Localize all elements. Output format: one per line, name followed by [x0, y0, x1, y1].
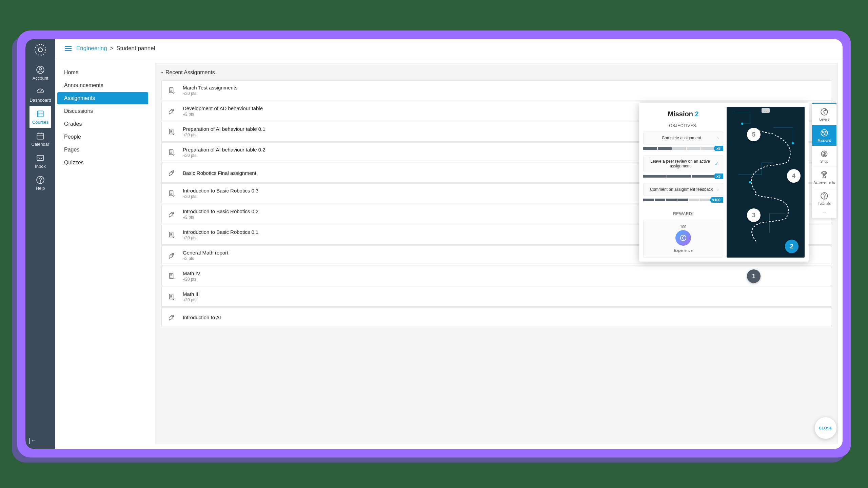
mission-node-3[interactable]: 3: [747, 208, 761, 222]
device-frame: AccountDashboardCoursesCalendarInboxHelp…: [17, 30, 851, 458]
nav-inbox[interactable]: Inbox: [29, 150, 51, 172]
progress-segment: [643, 199, 654, 201]
nav-label: Help: [36, 186, 45, 191]
objective-card[interactable]: Leave a peer review on an active assignm…: [643, 155, 723, 172]
menu-toggle-icon[interactable]: [65, 46, 72, 51]
svg-point-34: [824, 198, 825, 198]
nav-calendar[interactable]: Calendar: [29, 128, 51, 150]
close-button[interactable]: CLOSE: [815, 417, 836, 439]
breadcrumb: Engineering > Student pannel: [76, 45, 155, 52]
mission-node-1[interactable]: 1: [747, 269, 761, 283]
reward-label: REWARD:: [673, 211, 693, 216]
svg-rect-6: [37, 133, 44, 139]
tab-shop[interactable]: Shop: [812, 146, 836, 167]
progress-segment: [643, 175, 667, 178]
rocket-icon: [168, 252, 175, 259]
tab-label: Missions: [818, 139, 831, 142]
svg-point-1: [38, 48, 42, 52]
multiplier-badge: x3: [714, 174, 723, 179]
assignment-row[interactable]: Introduction to AI: [161, 307, 831, 327]
assignment-points: -/2 pts: [183, 256, 228, 261]
courses-icon: [36, 109, 45, 118]
assignment-title: Math III: [183, 291, 200, 297]
assignment-row[interactable]: Math IV-/20 pts: [161, 266, 831, 286]
assignment-points: -/20 pts: [183, 194, 258, 199]
global-nav: AccountDashboardCoursesCalendarInboxHelp…: [25, 39, 55, 449]
assignment-points: -/20 pts: [183, 91, 237, 96]
objective-card[interactable]: Comment on assignment feedback›: [643, 183, 723, 196]
tab-levels[interactable]: Levels: [812, 104, 836, 125]
nav-help[interactable]: Help: [29, 172, 51, 194]
reward-card: 100 Experience: [643, 220, 723, 258]
assignment-row[interactable]: March Test assignments-/20 pts: [161, 80, 831, 100]
assignment-title: Basic Robotics Final assignment: [183, 170, 256, 176]
mission-node-2[interactable]: 2: [785, 240, 798, 253]
assignment-row[interactable]: Math III-/20 pts: [161, 287, 831, 307]
assignment-body: Introduction to AI: [183, 314, 221, 320]
achievements-icon: [820, 170, 829, 179]
help-icon: [36, 176, 45, 184]
assignment-body: Development of AD behaviour table-/2 pts: [183, 105, 263, 117]
nav-label: Account: [33, 76, 48, 81]
tab-missions[interactable]: Missions: [812, 125, 836, 146]
svg-point-28: [821, 129, 828, 136]
rail-expand-icon[interactable]: |←: [25, 437, 37, 444]
nav-account[interactable]: Account: [29, 62, 51, 84]
mission-node-4[interactable]: 4: [787, 169, 801, 183]
tutorials-icon: [820, 191, 829, 200]
breadcrumb-link[interactable]: Engineering: [76, 45, 107, 52]
svg-point-14: [172, 110, 173, 111]
dashboard-icon: [36, 87, 45, 96]
sidenav-item-pages[interactable]: Pages: [57, 144, 148, 156]
sidenav-item-home[interactable]: Home: [57, 66, 148, 79]
assignment-points: -/20 pts: [183, 277, 200, 282]
objective-card[interactable]: Complete assignment›: [643, 131, 723, 144]
sidenav-item-quizzes[interactable]: Quizzes: [57, 157, 148, 169]
tab-more-icon[interactable]: ﹀: [812, 209, 836, 217]
sidenav-item-grades[interactable]: Grades: [57, 118, 148, 130]
tab-achievements[interactable]: Achievements: [812, 167, 836, 188]
assignment-body: Math III-/20 pts: [183, 291, 200, 302]
calendar-icon: [36, 131, 45, 140]
progress-segment: [667, 175, 691, 178]
sidenav-item-discussions[interactable]: Discussions: [57, 105, 148, 117]
section-title[interactable]: Recent Assignments: [161, 69, 831, 76]
assignment-body: Introduction to Basic Robotics 0.3-/20 p…: [183, 188, 258, 199]
tab-label: Tutorials: [818, 202, 831, 205]
multiplier-badge: x100: [710, 197, 723, 203]
assignment-title: Development of AD behaviour table: [183, 105, 263, 111]
sidenav-item-announcements[interactable]: Announcements: [57, 79, 148, 92]
levels-icon: [820, 107, 829, 116]
mission-map[interactable]: ︿ 54321: [727, 107, 805, 258]
document-edit-icon: [168, 128, 175, 136]
nav-label: Calendar: [32, 142, 50, 147]
assignment-body: Introduction to Basic Robotics 0.2-/2 pt…: [183, 208, 258, 220]
progress-segment: [672, 147, 686, 150]
progress-segment: [692, 175, 715, 178]
rocket-icon: [168, 107, 175, 115]
breadcrumb-current: Student pannel: [116, 45, 155, 52]
assignment-title: Introduction to Basic Robotics 0.1: [183, 229, 258, 235]
document-edit-icon: [168, 87, 175, 94]
topbar: Engineering > Student pannel: [55, 39, 843, 58]
assignment-title: Introduction to AI: [183, 314, 221, 320]
assignment-title: Math IV: [183, 270, 200, 276]
nav-label: Courses: [32, 120, 48, 125]
nav-dashboard[interactable]: Dashboard: [29, 84, 51, 106]
objective-progress: x5: [643, 146, 723, 151]
document-edit-icon: [168, 190, 175, 197]
assignment-title: Introduction to Basic Robotics 0.2: [183, 208, 258, 214]
sidenav-item-people[interactable]: People: [57, 131, 148, 143]
assignment-body: March Test assignments-/20 pts: [183, 85, 237, 96]
assignment-points: -/2 pts: [183, 112, 263, 117]
mission-node-5[interactable]: 5: [747, 128, 761, 141]
tab-tutorials[interactable]: Tutorials: [812, 188, 836, 209]
svg-point-27: [825, 109, 827, 111]
check-icon: ✓: [715, 161, 719, 166]
assignment-body: Math IV-/20 pts: [183, 270, 200, 282]
document-edit-icon: [168, 231, 175, 239]
nav-courses[interactable]: Courses: [29, 106, 51, 128]
breadcrumb-separator: >: [110, 45, 113, 52]
sidenav-item-assignments[interactable]: Assignments: [57, 92, 148, 104]
assignment-title: Preparation of AI behaviour table 0.1: [183, 126, 265, 132]
